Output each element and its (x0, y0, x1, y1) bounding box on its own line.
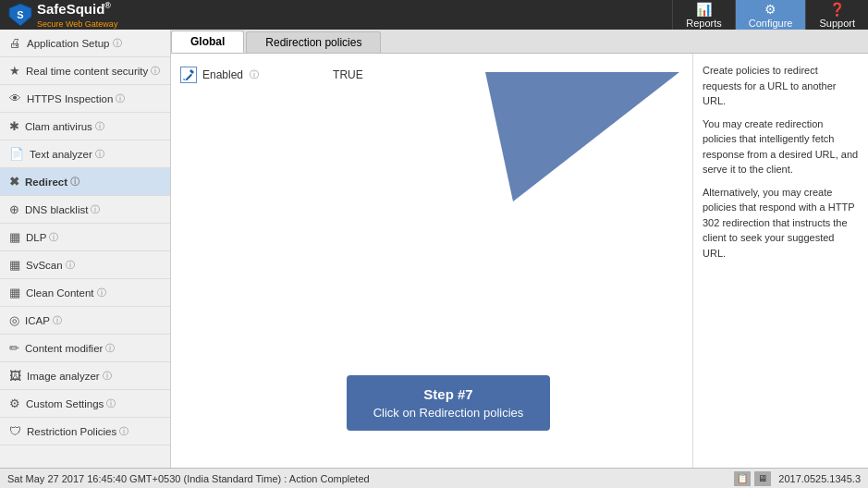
header: S SafeSquid® Secure Web Gateway 📊 Report… (0, 0, 868, 30)
sidebar-item-label: ICAP (25, 315, 50, 326)
svg-marker-4 (183, 79, 186, 80)
tab-global-label: Global (190, 35, 225, 48)
right-panel-text-2: You may create redirection policies that… (703, 116, 859, 177)
sidebar-item-https-inspection[interactable]: 👁 HTTPS Inspection ⓘ (0, 85, 170, 113)
content-area: Global Redirection policies (171, 30, 868, 468)
help-icon-2: ⓘ (116, 92, 125, 105)
text-analyzer-icon: 📄 (9, 147, 24, 161)
configure-nav-button[interactable]: ⚙ Configure (735, 0, 806, 30)
sidebar-item-label: Real time content security (26, 66, 148, 77)
sidebar-item-custom-settings[interactable]: ⚙ Custom Settings ⓘ (0, 390, 170, 418)
icap-icon: ◎ (9, 313, 19, 327)
sidebar-item-label: Content modifier (25, 343, 103, 354)
svg-rect-2 (185, 74, 192, 81)
footer-icon-2[interactable]: 🖥 (754, 471, 771, 486)
sidebar-item-label: Redirect (25, 177, 67, 188)
svg-marker-5 (485, 72, 679, 201)
main-layout: 🖨 Application Setup ⓘ ★ Real time conten… (0, 30, 868, 468)
restriction-policies-icon: 🛡 (9, 424, 21, 438)
sidebar-item-application-setup[interactable]: 🖨 Application Setup ⓘ (0, 30, 170, 57)
support-label: Support (819, 18, 855, 29)
support-nav-button[interactable]: ❓ Support (805, 0, 868, 30)
enabled-label: Enabled (202, 68, 243, 81)
sidebar-item-label: Clean Content (26, 287, 94, 299)
sidebar-item-redirect[interactable]: ✖ Redirect ⓘ (0, 168, 170, 196)
help-icon-8: ⓘ (66, 259, 75, 272)
sidebar-item-realtime-content[interactable]: ★ Real time content security ⓘ (0, 57, 170, 85)
reports-icon: 📊 (696, 2, 712, 17)
sidebar-item-label: Clam antivirus (25, 121, 92, 132)
sidebar-item-label: Custom Settings (26, 398, 104, 409)
right-panel-text-1: Create policies to redirect requests for… (703, 63, 859, 109)
sidebar-item-svscan[interactable]: ▦ SvScan ⓘ (0, 251, 170, 279)
tab-redirection-label: Redirection policies (265, 36, 361, 49)
logo-shield-icon: S (7, 2, 33, 28)
sidebar-item-label: HTTPS Inspection (27, 93, 113, 104)
help-icon-7: ⓘ (49, 231, 58, 244)
help-icon-0: ⓘ (113, 37, 122, 50)
help-icon-14: ⓘ (119, 425, 128, 438)
image-analyzer-icon: 🖼 (9, 369, 21, 383)
reports-nav-button[interactable]: 📊 Reports (672, 0, 735, 30)
sidebar-item-text-analyzer[interactable]: 📄 Text analyzer ⓘ (0, 140, 170, 168)
help-icon-5: ⓘ (70, 176, 79, 189)
footer-icons: 📋 🖥 (734, 471, 771, 486)
help-icon-13: ⓘ (106, 397, 116, 410)
sidebar-item-content-modifier[interactable]: ✏ Content modifier ⓘ (0, 335, 170, 362)
help-icon-11: ⓘ (105, 342, 115, 355)
dlp-icon: ▦ (9, 230, 20, 244)
help-icon-12: ⓘ (103, 370, 112, 383)
logo-subtitle: Secure Web Gateway (37, 19, 117, 29)
help-icon-3: ⓘ (95, 120, 104, 133)
footer-icon-1[interactable]: 📋 (734, 471, 751, 486)
svscan-icon: ▦ (9, 258, 20, 272)
sidebar-item-image-analyzer[interactable]: 🖼 Image analyzer ⓘ (0, 362, 170, 390)
tab-global[interactable]: Global (171, 30, 244, 53)
sidebar-item-clean-content[interactable]: ▦ Clean Content ⓘ (0, 279, 170, 307)
sidebar-item-label: Application Setup (27, 38, 110, 49)
footer-status: Sat May 27 2017 16:45:40 GMT+0530 (India… (7, 473, 370, 484)
logo-area: S SafeSquid® Secure Web Gateway (0, 1, 117, 30)
https-icon: 👁 (9, 92, 21, 105)
edit-icon (182, 68, 195, 81)
enabled-row: Enabled ⓘ TRUE (180, 67, 683, 83)
sidebar-item-dns-blacklist[interactable]: ⊕ DNS blacklist ⓘ (0, 196, 170, 224)
footer: Sat May 27 2017 16:45:40 GMT+0530 (India… (0, 468, 868, 488)
logo-text-area: SafeSquid® Secure Web Gateway (37, 1, 117, 30)
logo-name: SafeSquid® (37, 1, 111, 17)
sidebar-item-dlp[interactable]: ▦ DLP ⓘ (0, 224, 170, 251)
help-icon-6: ⓘ (91, 203, 100, 216)
help-icon-4: ⓘ (95, 148, 104, 161)
sidebar-item-restriction-policies[interactable]: 🛡 Restriction Policies ⓘ (0, 418, 170, 445)
custom-settings-icon: ⚙ (9, 396, 20, 410)
enabled-checkbox[interactable] (180, 67, 197, 83)
content-modifier-icon: ✏ (9, 341, 19, 355)
dns-icon: ⊕ (9, 202, 19, 216)
configure-icon: ⚙ (764, 2, 776, 17)
help-icon-1: ⓘ (151, 65, 160, 78)
sidebar-item-icap[interactable]: ◎ ICAP ⓘ (0, 307, 170, 335)
clean-content-icon: ▦ (9, 286, 20, 299)
tabs-bar: Global Redirection policies (171, 30, 868, 54)
enabled-value: TRUE (333, 68, 363, 81)
enabled-help-icon: ⓘ (250, 68, 259, 81)
application-setup-icon: 🖨 (9, 36, 21, 50)
help-icon-10: ⓘ (53, 314, 62, 327)
left-panel: Enabled ⓘ TRUE (171, 54, 692, 468)
help-icon-9: ⓘ (97, 287, 106, 299)
svg-marker-3 (189, 69, 194, 74)
svg-text:S: S (17, 9, 23, 20)
sidebar-item-clam-antivirus[interactable]: ✱ Clam antivirus ⓘ (0, 113, 170, 140)
sidebar: 🖨 Application Setup ⓘ ★ Real time conten… (0, 30, 171, 468)
sidebar-item-label: DNS blacklist (25, 204, 88, 215)
page-content: Enabled ⓘ TRUE Create policies to redire… (171, 54, 868, 468)
footer-right: 📋 🖥 2017.0525.1345.3 (734, 471, 861, 486)
realtime-icon: ★ (9, 64, 20, 78)
tab-redirection-policies[interactable]: Redirection policies (246, 31, 381, 53)
right-panel-text-3: Alternatively, you may create policies t… (703, 185, 859, 262)
sidebar-item-label: Text analyzer (30, 149, 92, 160)
arrow-overlay (171, 54, 692, 444)
configure-label: Configure (749, 18, 793, 29)
sidebar-item-label: Restriction Policies (27, 426, 116, 437)
sidebar-item-label: SvScan (26, 260, 63, 271)
